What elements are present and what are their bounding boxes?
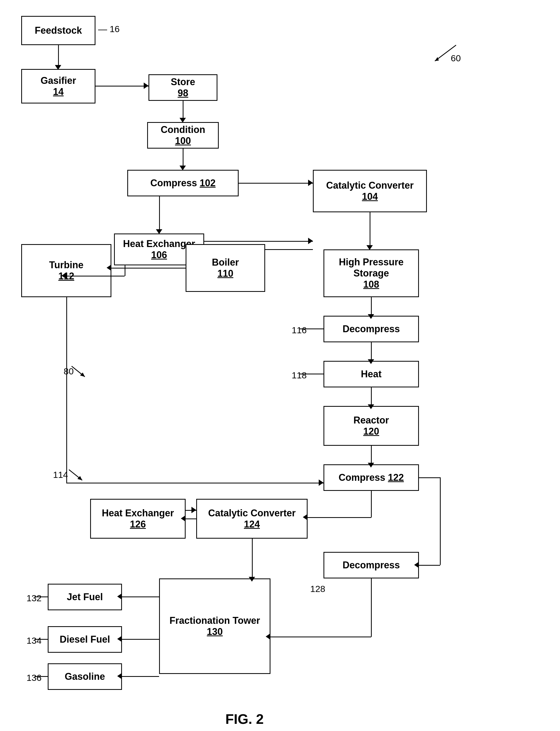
compress102-number: 102 xyxy=(200,177,216,188)
arrow-60 xyxy=(419,40,461,66)
arrow-turbine-compress122-h xyxy=(66,483,323,484)
arrowhead-compress122-catalytic124 xyxy=(303,514,308,520)
arrow-hx106-catalytic104 xyxy=(204,241,313,242)
arrow-catalytic104-hps xyxy=(370,212,370,247)
decompress128-box: Decompress xyxy=(323,552,419,579)
ft130-label: Fractionation Tower xyxy=(169,615,260,626)
diagram: Feedstock — 16 Gasifier 14 Store 98 Cond… xyxy=(0,0,560,731)
arrowhead-decompress-heat xyxy=(368,359,374,364)
arrowhead-reactor-compress122 xyxy=(368,463,374,468)
arrow-compress-catalytic104 xyxy=(239,183,313,184)
ft130-number: 130 xyxy=(207,626,223,637)
arrow-ann136 xyxy=(34,676,48,677)
jet-fuel-label: Jet Fuel xyxy=(67,591,103,603)
arrow-boiler-turbine xyxy=(111,268,186,268)
gasifier-number: 14 xyxy=(53,86,64,97)
arrowhead-hps-decompress xyxy=(368,314,374,319)
arrow-ann116 xyxy=(300,328,323,329)
arrow-ft-gasoline xyxy=(122,676,159,677)
condition-box: Condition 100 xyxy=(147,122,219,149)
hx106-label: Heat Exchanger xyxy=(123,238,195,249)
catalytic104-box: Catalytic Converter 104 xyxy=(313,170,427,212)
turbine-label: Turbine xyxy=(49,259,83,271)
compress122-label: Compress xyxy=(339,472,385,483)
arrowhead-gasifier-store xyxy=(144,82,148,89)
arrow-compress122-catalytic124-h xyxy=(308,517,371,518)
store-number: 98 xyxy=(178,88,188,99)
arrow-feedstock-gasifier xyxy=(58,45,59,66)
arrowhead-turbine-compress122 xyxy=(319,480,323,486)
feedstock-box: Feedstock xyxy=(21,16,95,45)
decompress116-label: Decompress xyxy=(343,323,400,334)
boiler-label: Boiler xyxy=(212,257,239,268)
store-label: Store xyxy=(171,76,195,88)
boiler-box: Boiler 110 xyxy=(186,244,265,292)
arrow-heat-reactor xyxy=(371,388,372,406)
arrowhead-catalytic124-ft xyxy=(249,577,255,582)
arrow-compress122-decompress128-h xyxy=(419,477,440,478)
arrow-condition-compress xyxy=(183,149,183,167)
arrowhead-ft-gasoline xyxy=(117,673,122,679)
heat-exchanger126-box: Heat Exchanger 126 xyxy=(90,499,186,539)
arrowhead-hx106-turbine xyxy=(62,272,66,279)
arrow-hx106-turbine-h xyxy=(66,276,125,276)
arrowhead-heat-reactor xyxy=(368,405,374,409)
compress122-number: 122 xyxy=(388,472,404,483)
decompress128-label: Decompress xyxy=(343,560,400,571)
arrow-ann132 xyxy=(34,597,48,597)
arrowhead-boiler-turbine xyxy=(107,264,111,271)
arrowhead-decompress128-ft xyxy=(266,633,270,640)
hps108-number: 108 xyxy=(363,279,379,290)
arrow-catalytic124-ft xyxy=(252,539,253,579)
turbine-box: Turbine 112 xyxy=(21,244,111,297)
arrow-80 xyxy=(58,361,90,382)
diesel-fuel-box: Diesel Fuel xyxy=(48,626,122,653)
arrow-compress122-decompress128-h2 xyxy=(419,565,440,566)
arrowhead-catalytic124-hx126 xyxy=(181,515,186,522)
arrowhead-ft-jetfuel xyxy=(117,593,122,600)
gasifier-label: Gasifier xyxy=(41,75,76,86)
reactor120-label: Reactor xyxy=(353,415,389,426)
arrow-ft-jetfuel xyxy=(122,597,159,597)
diesel-fuel-label: Diesel Fuel xyxy=(60,634,110,645)
fractionation-tower-box: Fractionation Tower 130 xyxy=(159,579,270,674)
arrowhead-hx126-catalytic124 xyxy=(191,507,196,513)
label-16: — 16 xyxy=(98,24,120,34)
catalytic124-number: 124 xyxy=(244,519,260,530)
hx126-label: Heat Exchanger xyxy=(102,508,174,519)
arrowhead-compress-catalytic104 xyxy=(308,180,313,186)
compress122-box: Compress 122 xyxy=(323,464,419,491)
arrow-decompress128-ft-v xyxy=(371,579,372,637)
catalytic104-label: Catalytic Converter xyxy=(326,180,414,191)
arrowhead-hx106-catalytic104 xyxy=(308,238,313,244)
heat118-box: Heat xyxy=(323,361,419,388)
annotation-134: 134 xyxy=(27,636,42,646)
annotation-128: 128 xyxy=(310,584,325,594)
jet-fuel-box: Jet Fuel xyxy=(48,584,122,610)
hx126-number: 126 xyxy=(130,519,146,530)
svg-marker-1 xyxy=(435,57,439,61)
arrow-turbine-compress122-v xyxy=(66,297,67,483)
catalytic124-box: Catalytic Converter 124 xyxy=(196,499,308,539)
gasifier-box: Gasifier 14 xyxy=(21,69,95,103)
heat118-label: Heat xyxy=(361,369,382,380)
compress102-label: Compress xyxy=(150,177,197,188)
arrow-gasifier-store xyxy=(95,86,148,86)
condition-label: Condition xyxy=(161,124,205,135)
arrow-decompress-heat xyxy=(371,342,372,361)
hx106-number: 106 xyxy=(151,249,167,260)
arrow-ft-dieselfuel xyxy=(122,639,159,640)
arrow-compress122-catalytic124-v xyxy=(371,491,372,518)
arrowhead-decompress128 xyxy=(414,562,419,568)
catalytic124-label: Catalytic Converter xyxy=(208,508,296,519)
gasoline-label: Gasoline xyxy=(65,671,105,682)
fig-label: FIG. 2 xyxy=(225,711,264,727)
annotation-136: 136 xyxy=(27,673,42,683)
arrow-store-condition xyxy=(183,101,183,119)
arrowhead-ft-dieselfuel xyxy=(117,636,122,642)
annotation-132: 132 xyxy=(27,593,42,603)
arrow-decompress128-ft-h xyxy=(270,637,371,637)
annotation-116: 116 xyxy=(292,325,307,335)
annotation-118: 118 xyxy=(292,370,307,381)
arrow-compress122-decompress128-v xyxy=(440,477,441,565)
